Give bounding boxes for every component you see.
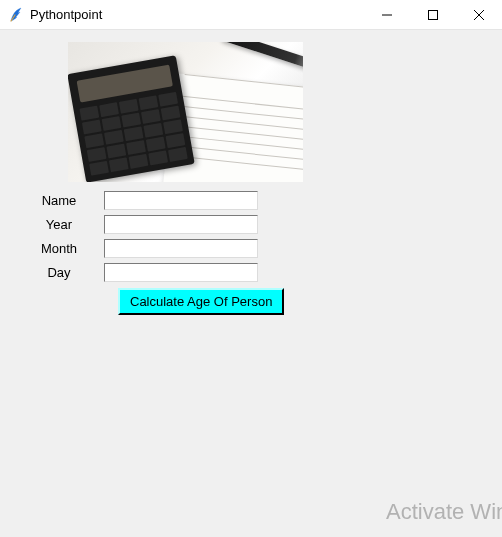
window-title: Pythontpoint (30, 7, 364, 22)
row-day: Day (14, 260, 502, 284)
button-row: Calculate Age Of Person (118, 288, 502, 315)
windows-activation-watermark: Activate Windows (386, 499, 502, 525)
day-input[interactable] (104, 263, 258, 282)
client-area: Name Year Month Day Calculate Age Of Per… (0, 30, 502, 537)
label-name: Name (14, 193, 104, 208)
label-year: Year (14, 217, 104, 232)
maximize-button[interactable] (410, 0, 456, 30)
minimize-button[interactable] (364, 0, 410, 30)
row-name: Name (14, 188, 502, 212)
label-day: Day (14, 265, 104, 280)
label-month: Month (14, 241, 104, 256)
header-image (68, 42, 303, 182)
year-input[interactable] (104, 215, 258, 234)
window-controls (364, 0, 502, 29)
calculate-button[interactable]: Calculate Age Of Person (118, 288, 284, 315)
row-year: Year (14, 212, 502, 236)
close-button[interactable] (456, 0, 502, 30)
row-month: Month (14, 236, 502, 260)
tk-feather-icon (8, 7, 24, 23)
age-form: Name Year Month Day Calculate Age Of Per… (14, 188, 502, 315)
month-input[interactable] (104, 239, 258, 258)
titlebar: Pythontpoint (0, 0, 502, 30)
svg-rect-1 (429, 11, 438, 20)
name-input[interactable] (104, 191, 258, 210)
